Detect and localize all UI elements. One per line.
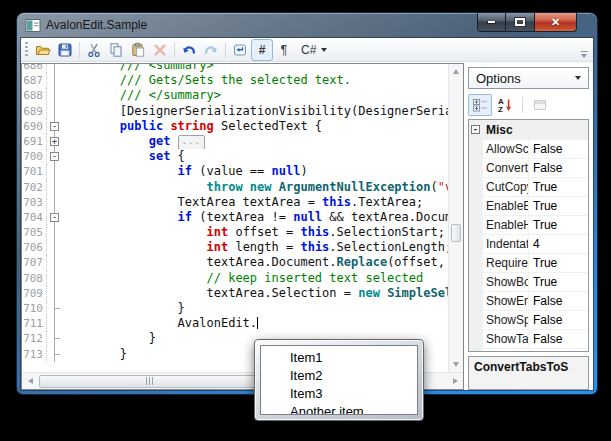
delete-button[interactable] — [149, 39, 171, 61]
code-text: // keep inserted text selected — [62, 271, 448, 286]
language-combo-value: C# — [301, 43, 316, 57]
property-row[interactable]: EnableEmTrue — [469, 197, 588, 216]
scroll-down-button[interactable] — [449, 357, 463, 372]
property-value[interactable]: False — [529, 159, 588, 177]
property-row[interactable]: RequireCoTrue — [469, 254, 588, 273]
fold-margin-cell[interactable]: - — [47, 119, 62, 134]
maximize-button[interactable] — [505, 13, 535, 32]
property-value[interactable]: True — [529, 273, 588, 291]
category-row-misc[interactable]: - Misc — [469, 120, 588, 140]
property-value[interactable]: 4 — [529, 235, 588, 253]
fold-margin-cell — [47, 64, 62, 73]
open-folder-icon — [35, 42, 51, 58]
redo-arrow-icon — [203, 42, 219, 58]
fold-margin-cell[interactable]: + — [47, 134, 62, 149]
property-value[interactable]: True — [529, 254, 588, 272]
code-line[interactable]: 710 } — [22, 301, 448, 316]
redo-button[interactable] — [200, 39, 222, 61]
categorized-button[interactable] — [468, 94, 492, 116]
vertical-scrollbar[interactable] — [448, 64, 463, 372]
completion-list[interactable]: Item1Item2Item3Another item — [260, 345, 418, 415]
property-value[interactable]: False — [529, 140, 588, 158]
code-line[interactable]: 708 // keep inserted text selected — [22, 271, 448, 286]
property-row[interactable]: ShowBoxTrue — [469, 273, 588, 292]
code-line[interactable]: 703 TextArea textArea = this.TextArea; — [22, 195, 448, 210]
vertical-scrollbar-thumb[interactable] — [451, 224, 461, 242]
property-row[interactable]: Indentatio4 — [469, 235, 588, 254]
fold-collapse-icon[interactable]: - — [50, 213, 59, 222]
scroll-right-button[interactable] — [447, 373, 463, 389]
code-line[interactable]: 689 [DesignerSerializationVisibility(Des… — [22, 104, 448, 119]
paste-button[interactable] — [127, 39, 149, 61]
toolbar-overflow-button[interactable] — [578, 39, 590, 61]
minimize-button[interactable] — [477, 13, 506, 32]
end-of-line-toggle[interactable]: ¶ — [273, 39, 295, 61]
line-number: 707 — [22, 255, 47, 270]
scroll-left-button[interactable] — [22, 373, 38, 389]
code-line[interactable]: 705 int offset = this.SelectionStart; — [22, 225, 448, 240]
property-row[interactable]: ShowSpacFalse — [469, 311, 588, 330]
completion-item[interactable]: Another item — [290, 403, 417, 415]
code-line[interactable]: 701 if (value == null) — [22, 164, 448, 179]
fold-margin-cell[interactable]: - — [47, 210, 62, 225]
fold-collapse-icon[interactable]: - — [50, 122, 59, 131]
property-row[interactable]: CutCopyWTrue — [469, 178, 588, 197]
code-line[interactable]: 707 textArea.Document.Replace(offset, l — [22, 255, 448, 270]
property-pages-button[interactable] — [528, 94, 552, 116]
property-value[interactable]: True — [529, 197, 588, 215]
code-text: int offset = this.SelectionStart; — [62, 225, 448, 240]
code-line[interactable]: 700- set { — [22, 149, 448, 164]
completion-item[interactable]: Item2 — [290, 367, 417, 385]
close-button[interactable]: ✕ — [534, 13, 577, 32]
code-text: TextArea textArea = this.TextArea; — [62, 195, 448, 210]
title-bar[interactable]: AvalonEdit.Sample ✕ — [17, 13, 597, 38]
fold-collapse-icon[interactable]: - — [50, 152, 59, 161]
property-row[interactable]: ConvertTaFalse — [469, 159, 588, 178]
word-wrap-toggle[interactable] — [229, 39, 251, 61]
copy-button[interactable] — [105, 39, 127, 61]
property-row[interactable]: ShowTabFalse — [469, 330, 588, 349]
property-row[interactable]: EnableHyTrue — [469, 216, 588, 235]
undo-button[interactable] — [178, 39, 200, 61]
alphabetical-sort-button[interactable]: A Z — [493, 94, 517, 116]
code-line[interactable]: 687 /// Gets/Sets the selected text. — [22, 73, 448, 88]
fold-expand-icon[interactable]: + — [50, 137, 59, 146]
collapse-minus-icon[interactable]: - — [471, 125, 480, 134]
code-line[interactable]: 711 AvalonEdit. — [22, 316, 448, 331]
code-line[interactable]: 704- if (textArea != null && textArea.Do… — [22, 210, 448, 225]
toolbar-grip[interactable] — [25, 42, 28, 58]
fold-margin-cell[interactable]: - — [47, 149, 62, 164]
property-value[interactable]: True — [529, 178, 588, 196]
completion-item[interactable]: Item1 — [290, 349, 417, 367]
property-value[interactable]: False — [529, 330, 588, 348]
language-combo[interactable]: C# — [295, 39, 333, 61]
completion-item[interactable]: Item3 — [290, 385, 417, 403]
property-row[interactable]: ShowEndFalse — [469, 292, 588, 311]
code-line[interactable]: 690- public string SelectedText { — [22, 119, 448, 134]
code-line[interactable]: 702 throw new ArgumentNullException("va — [22, 180, 448, 195]
property-value[interactable]: False — [529, 311, 588, 329]
horizontal-scrollbar-thumb[interactable] — [39, 375, 261, 388]
line-numbers-toggle[interactable]: # — [251, 39, 273, 61]
code-lines: 686 /// <summary>687 /// Gets/Sets the s… — [22, 64, 448, 362]
delete-x-icon — [152, 42, 168, 58]
property-value[interactable]: False — [529, 292, 588, 310]
fold-margin-cell — [47, 225, 62, 240]
property-grid[interactable]: - Misc AllowScroFalseConvertTaFalseCutCo… — [468, 119, 589, 352]
options-combo[interactable]: Options — [468, 67, 589, 89]
property-row[interactable]: AllowScroFalse — [469, 140, 588, 159]
line-number: 690 — [22, 119, 47, 134]
save-button[interactable] — [54, 39, 76, 61]
cut-button[interactable] — [83, 39, 105, 61]
toolbar-separator — [225, 42, 226, 58]
svg-text:Z: Z — [498, 105, 503, 113]
scroll-up-button[interactable] — [449, 64, 463, 79]
open-button[interactable] — [32, 39, 54, 61]
code-line[interactable]: 706 int length = this.SelectionLength; — [22, 240, 448, 255]
code-line[interactable]: 709 textArea.Selection = new SimpleSele — [22, 286, 448, 301]
property-value[interactable]: True — [529, 216, 588, 234]
code-line[interactable]: 691+ get ... — [22, 134, 448, 149]
folded-section-box[interactable]: ... — [178, 135, 205, 149]
code-line[interactable]: 686 /// <summary> — [22, 64, 448, 73]
code-line[interactable]: 688 /// </summary> — [22, 88, 448, 103]
